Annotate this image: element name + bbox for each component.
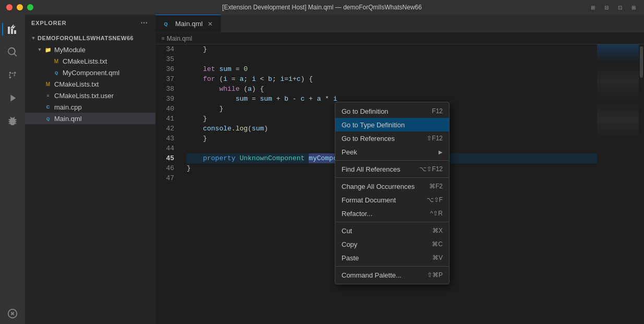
ctx-separator-2	[335, 177, 449, 178]
sidebar-item-mainqml[interactable]: Q Main.qml	[25, 113, 155, 124]
qml-icon-2: Q	[44, 114, 52, 123]
ctx-go-to-references[interactable]: Go to References ⇧F12	[335, 131, 449, 145]
ctx-go-to-definition[interactable]: Go to Definition F12	[335, 104, 449, 118]
ctx-refactor[interactable]: Refactor... ^⇧R	[335, 207, 449, 220]
scrollbar-thumb[interactable]	[640, 46, 643, 78]
ctx-refactor-label: Refactor...	[342, 210, 422, 218]
mymodule-arrow: ▼	[35, 47, 44, 52]
ctx-change-all-occurrences-label: Change All Occurrences	[342, 183, 421, 190]
sidebar-item-mycomponent[interactable]: Q MyComponent.qml	[25, 67, 155, 78]
minimap-content	[597, 44, 639, 138]
maximize-button[interactable]	[27, 4, 33, 10]
sidebar-title: Explorer	[31, 20, 67, 26]
code-line-35	[187, 54, 597, 64]
mymodule-label: MyModule	[54, 46, 86, 54]
ctx-cut-shortcut: ⌘X	[432, 227, 443, 234]
code-line-36: let sum = 0	[187, 64, 597, 74]
main-layout: Explorer ⋯ ▼ DEMOFORQMLLSWHATSNEW66 ▼ 📁 …	[0, 15, 644, 324]
cpp-icon: C	[44, 103, 52, 111]
ctx-format-document[interactable]: Format Document ⌥⇧F	[335, 193, 449, 207]
ctx-peek-arrow: ▶	[439, 149, 443, 155]
mainqml-label: Main.qml	[54, 115, 82, 123]
minimize-button[interactable]	[17, 4, 23, 10]
qml-icon-1: Q	[52, 68, 60, 77]
ctx-peek[interactable]: Peek ▶	[335, 145, 449, 159]
sidebar-header: Explorer ⋯	[25, 15, 155, 31]
ctx-copy-shortcut: ⌘C	[432, 241, 443, 248]
ctx-cut[interactable]: Cut ⌘X	[335, 224, 449, 237]
ctx-separator-1	[335, 160, 449, 161]
project-name: DEMOFORQMLLSWHATSNEW66	[38, 35, 133, 41]
project-root[interactable]: ▼ DEMOFORQMLLSWHATSNEW66	[25, 32, 155, 44]
ctx-find-all-references-shortcut: ⌥⇧F12	[419, 165, 443, 173]
run-debug-icon[interactable]	[2, 88, 23, 109]
ctx-format-document-label: Format Document	[342, 196, 418, 204]
breadcrumb-icon: ≡	[162, 35, 165, 41]
ctx-find-all-references-label: Find All References	[342, 165, 411, 173]
window-title: [Extension Development Host] Main.qml — …	[222, 4, 422, 11]
minimap	[597, 44, 639, 324]
source-control-icon[interactable]	[2, 65, 23, 86]
ctx-command-palette-shortcut: ⇧⌘P	[427, 271, 443, 279]
close-button[interactable]	[6, 4, 13, 10]
activity-bar	[0, 15, 25, 324]
ctx-go-to-definition-label: Go to Definition	[342, 107, 423, 115]
ctx-find-all-references[interactable]: Find All References ⌥⇧F12	[335, 162, 449, 176]
vertical-scrollbar[interactable]	[639, 44, 644, 324]
titlebar: [Extension Development Host] Main.qml — …	[0, 0, 644, 15]
layout-icon-4[interactable]: ⊞	[629, 3, 638, 11]
ctx-paste-label: Paste	[342, 254, 424, 262]
layout-icon-2[interactable]: ⊟	[602, 3, 611, 11]
ctx-cut-label: Cut	[342, 227, 424, 235]
cmake-user-label: CMakeLists.txt.user	[54, 92, 114, 100]
breadcrumb-path: Main.qml	[167, 35, 192, 42]
ctx-change-all-occurrences-shortcut: ⌘F2	[429, 183, 443, 190]
tab-label: Main.qml	[175, 20, 203, 28]
layout-icon-3[interactable]: ⊡	[616, 3, 624, 11]
code-line-38: while (a) {	[187, 84, 597, 94]
sidebar-item-cmake1[interactable]: M CMakeLists.txt	[25, 55, 155, 67]
line-numbers: 34 35 36 37 38 39 40 41 42 43 44 45 46 4…	[155, 44, 178, 324]
ctx-paste-shortcut: ⌘V	[432, 254, 443, 261]
ctx-copy[interactable]: Copy ⌘C	[335, 237, 449, 251]
sidebar-item-cmake2[interactable]: M CMakeLists.txt	[25, 78, 155, 90]
mycomponent-label: MyComponent.qml	[63, 69, 119, 77]
cmake2-label: CMakeLists.txt	[54, 80, 99, 88]
sidebar-item-cmake-user[interactable]: ≡ CMakeLists.txt.user	[25, 90, 155, 101]
explorer-icon[interactable]	[2, 19, 23, 40]
tab-qml-icon: Q	[162, 20, 170, 28]
tab-close-button[interactable]: ✕	[206, 20, 214, 28]
ctx-command-palette-label: Command Palette...	[342, 271, 419, 279]
ctx-go-to-references-label: Go to References	[342, 135, 418, 142]
extensions-icon[interactable]	[2, 111, 23, 131]
ctx-go-to-definition-shortcut: F12	[432, 107, 443, 115]
ctx-format-document-shortcut: ⌥⇧F	[427, 196, 443, 203]
ctx-separator-4	[335, 266, 449, 267]
context-menu: Go to Definition F12 Go to Type Definiti…	[335, 102, 449, 284]
sidebar-header-icons: ⋯	[139, 18, 149, 28]
sidebar-item-mymodule[interactable]: ▼ 📁 MyModule	[25, 44, 155, 55]
tab-mainqml[interactable]: Q Main.qml ✕	[155, 15, 221, 32]
search-icon[interactable]	[2, 42, 23, 63]
ctx-command-palette[interactable]: Command Palette... ⇧⌘P	[335, 268, 449, 282]
ctx-peek-label: Peek	[342, 148, 436, 156]
qt-icon[interactable]	[2, 303, 23, 324]
ctx-copy-label: Copy	[342, 241, 423, 248]
sidebar-tree: ▼ DEMOFORQMLLSWHATSNEW66 ▼ 📁 MyModule M …	[25, 31, 155, 324]
new-file-icon[interactable]: ⋯	[139, 18, 149, 28]
window-controls	[6, 4, 33, 10]
tab-bar: Q Main.qml ✕	[155, 15, 644, 33]
code-line-37: for (i = a; i < b; i=i+c) {	[187, 74, 597, 84]
ctx-paste[interactable]: Paste ⌘V	[335, 251, 449, 265]
ctx-change-all-occurrences[interactable]: Change All Occurrences ⌘F2	[335, 179, 449, 193]
ctx-separator-3	[335, 222, 449, 222]
sidebar: Explorer ⋯ ▼ DEMOFORQMLLSWHATSNEW66 ▼ 📁 …	[25, 15, 155, 324]
ctx-go-to-type-definition[interactable]: Go to Type Definition	[335, 118, 449, 131]
ctx-go-to-references-shortcut: ⇧F12	[427, 135, 443, 142]
sidebar-item-maincpp[interactable]: C main.cpp	[25, 101, 155, 113]
ctx-go-to-type-definition-label: Go to Type Definition	[342, 121, 434, 129]
cmake-icon-1: M	[52, 57, 60, 65]
cmake-icon-2: M	[44, 80, 52, 88]
layout-icon-1[interactable]: ⊞	[589, 3, 597, 11]
maincpp-label: main.cpp	[54, 103, 82, 111]
